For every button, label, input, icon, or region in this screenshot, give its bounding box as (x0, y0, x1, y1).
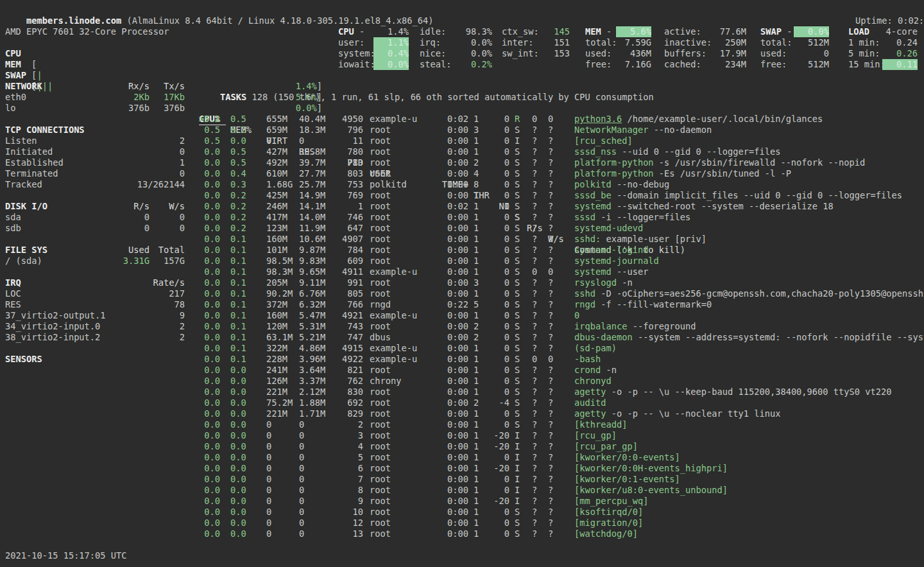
stat-cell: free:7.16G (585, 59, 651, 70)
process-cell-s: S (515, 201, 521, 212)
process-cell-cpu: 0.0 (199, 277, 220, 288)
process-cell-rs: ? (532, 256, 538, 266)
process-cell-mem: 0.1 (230, 245, 252, 256)
process-command-name: platform-python (574, 157, 654, 168)
process-cell-thr: 1 (474, 507, 490, 518)
process-row: 0.00.00013root0:0010S??[watchdog/0] (0, 528, 924, 539)
process-cell-command: [rcu_sched] (574, 135, 924, 146)
process-cell-command: polkitd--no-debug (574, 179, 924, 190)
process-cell-command: [kworker/0:0H-events_highpri] (574, 463, 924, 474)
process-cell-pid: 13 (334, 528, 363, 539)
process-cell-res: 25.7M (299, 179, 330, 190)
process-cell-rs: 0 (532, 354, 538, 365)
process-cell-res: 27.7M (299, 168, 330, 179)
process-cell-rs: ? (532, 397, 538, 408)
tasks-title: TASKS (220, 92, 246, 102)
process-cell-rs: ? (532, 387, 538, 397)
process-cell-command: 0 (574, 310, 924, 321)
process-cell-mem: 0.1 (230, 310, 252, 321)
process-cell-pid: 753 (334, 179, 363, 190)
process-cell-thr: 1 (474, 485, 490, 496)
stat-label: nice: (420, 48, 446, 59)
process-cell-mem: 0.0 (230, 485, 252, 496)
process-command-name: platform-python (574, 168, 654, 179)
process-cell-rs: ? (532, 125, 538, 135)
process-command-args: -Es /usr/sbin/tuned -l -P (659, 168, 791, 179)
process-command-name: 0 (574, 310, 579, 320)
process-cell-s: S (515, 157, 521, 168)
sidebar-row-name: eth0 (5, 92, 26, 103)
process-cell-virt: 160M (266, 310, 297, 321)
process-cell-mem: 0.2 (230, 125, 252, 135)
stat-value: 0.4% (373, 48, 409, 59)
process-cell-time: 0:00 (441, 310, 468, 321)
stat-cell: iowait:0.0% (338, 59, 409, 70)
process-cell-virt: 120M (266, 321, 297, 332)
process-cell-pid: 4921 (334, 310, 363, 321)
process-cell-s: S (515, 518, 521, 528)
process-cell-s: I (515, 452, 521, 463)
process-cell-command: [mm_percpu_wq] (574, 496, 924, 507)
stat-title: CPU (338, 26, 354, 37)
uptime-value: 0:02:44 (898, 15, 924, 26)
stat-cell: idle:98.3% (420, 26, 492, 37)
process-cell-ni: 0 (490, 518, 509, 528)
process-cell-ni: 0 (490, 201, 509, 212)
process-cell-res: 0 (299, 496, 330, 507)
process-cell-s: S (515, 299, 521, 310)
stat-value: 151 (554, 37, 570, 48)
process-cell-rs: ? (532, 430, 538, 441)
process-cell-s: I (515, 474, 521, 485)
sidebar-value: 17Kb (150, 92, 185, 103)
process-cell-rs: ? (532, 212, 538, 223)
process-command-args: -o -p -- \u --keep-baud 115200,38400,960… (612, 387, 892, 397)
process-command-name: dbus-daemon (574, 332, 633, 342)
process-cell-mem: 0.2 (230, 223, 252, 234)
process-cell-pid: 10 (334, 507, 363, 518)
process-cell-pid: 4950 (334, 114, 363, 125)
stat-cell: active:77.6M (664, 26, 746, 37)
process-cell-time: 0:00 (441, 212, 468, 223)
process-cell-cpu: >5.2 (199, 114, 220, 125)
process-cell-s: S (515, 277, 521, 288)
process-cell-rs: ? (532, 299, 538, 310)
process-cell-mem: 0.0 (230, 518, 252, 528)
process-row: 0.00.0221M1.71M829root0:0010S??agetty-o … (0, 408, 924, 419)
stat-cell: cached:234M (664, 59, 746, 70)
process-row: 0.00.4610M27.7M803root0:0040S??platform-… (0, 168, 924, 179)
process-cell-cpu: 0.0 (199, 234, 220, 245)
process-cell-thr: 1 (474, 288, 490, 299)
process-cell-command: platform-python-Es /usr/sbin/tuned -l -P (574, 168, 924, 179)
stat-cell: used:0 (760, 48, 829, 59)
process-cell-mem: 0.1 (230, 354, 252, 365)
process-cell-ni: 0 (490, 332, 509, 343)
stat-title: LOAD (848, 26, 869, 37)
stat-label: total: (585, 37, 617, 48)
process-row: 0.00.2246M14.1M1root0:0210S??systemd--sw… (0, 201, 924, 212)
process-cell-virt: 123M (266, 223, 297, 234)
process-cell-virt: 63.1M (266, 332, 297, 343)
process-row: >5.20.5655M40.4M4950example-u0:0210R00py… (0, 114, 924, 125)
process-cell-mem: 0.0 (230, 474, 252, 485)
process-cell-thr: 1 (474, 310, 490, 321)
process-row: 0.00.0003root0:001-20I??[rcu_gp] (0, 430, 924, 441)
process-cell-s: I (515, 496, 521, 507)
process-cell-command: -bash (574, 354, 924, 365)
process-row: 0.00.1120M5.31M743root0:0020S??irqbalanc… (0, 321, 924, 332)
process-command-name: sssd (574, 212, 595, 222)
process-cell-time: 0:00 (441, 430, 468, 441)
process-cell-virt: 205M (266, 277, 297, 288)
process-cell-pid: 796 (334, 125, 363, 135)
process-command-args: --uid 0 --gid 0 --logger=files (622, 146, 780, 157)
process-cell-s: S (515, 146, 521, 157)
process-command-name: rngd (574, 299, 595, 310)
process-cell-ni: 0 (490, 299, 509, 310)
process-cell-ws: ? (548, 441, 554, 452)
process-cell-time: 0:00 (441, 256, 468, 266)
process-cell-pid: 783 (334, 157, 363, 168)
stat-label: ctx_sw: (502, 26, 539, 37)
process-cell-virt: 90.2M (266, 288, 297, 299)
process-cell-cpu: 0.0 (199, 310, 220, 321)
process-cell-rs: ? (532, 332, 538, 343)
process-cell-ws: ? (548, 343, 554, 354)
